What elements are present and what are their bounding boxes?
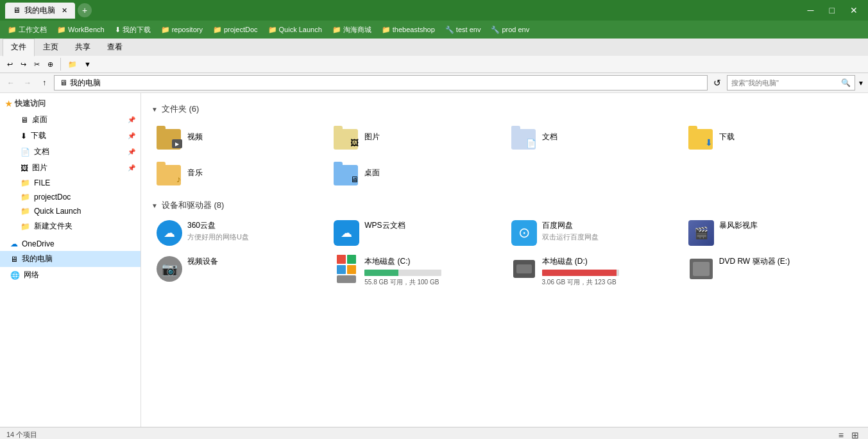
view-grid-btn[interactable]: ⊞ <box>849 429 862 440</box>
pin-icon: 📌 <box>128 116 135 123</box>
bookmark-item[interactable]: 📁 repository <box>157 24 207 35</box>
folder-item-desktop[interactable]: 🖥 桌面 <box>328 156 503 189</box>
bookmark-item[interactable]: 🔧 prod env <box>487 24 533 35</box>
bookmark-item[interactable]: 🔧 test env <box>441 24 485 35</box>
bookmark-label: 淘海商城 <box>343 25 371 35</box>
bookmark-label: 工作文档 <box>19 25 47 35</box>
toolbar-redo[interactable]: ↪ <box>17 58 30 71</box>
sidebar-item-quicklaunch[interactable]: 📁 Quick Launch <box>0 204 140 218</box>
nav-forward-btn[interactable]: → <box>21 76 35 90</box>
star-icon: ★ <box>5 99 12 108</box>
toolbar-undo[interactable]: ↩ <box>4 58 16 71</box>
drive-c-info-text: 55.8 GB 可用，共 100 GB <box>364 278 441 287</box>
devices-section-header: ▼ 设备和驱动器 (8) <box>151 200 858 211</box>
search-input[interactable] <box>731 79 838 87</box>
camera-icon: 📷 <box>157 256 182 282</box>
sidebar-label: projectDoc <box>34 193 71 202</box>
folder-item-images[interactable]: 🖼 图片 <box>328 120 503 153</box>
network-icon: 🌐 <box>10 271 20 280</box>
nav-back-btn[interactable]: ← <box>4 76 18 90</box>
folders-grid: ▶ 视频 🖼 图片 📄 文档 <box>151 120 858 189</box>
bookmark-item[interactable]: 📁 projectDoc <box>209 24 262 35</box>
tab-home[interactable]: 主页 <box>35 39 67 56</box>
folder-item-video[interactable]: ▶ 视频 <box>151 120 326 153</box>
device-item-baidu[interactable]: ⊙ 百度网盘 双击运行百度网盘 <box>506 216 681 250</box>
toolbar-cut[interactable]: ✂ <box>31 58 43 71</box>
new-tab-btn[interactable]: + <box>78 3 92 17</box>
folder-label: 桌面 <box>364 168 380 178</box>
address-path[interactable]: 🖥 我的电脑 <box>54 75 708 90</box>
close-btn[interactable]: ✕ <box>845 4 863 17</box>
sidebar-item-onedrive[interactable]: ☁ OneDrive <box>0 237 140 251</box>
sidebar-item-projectdoc[interactable]: 📁 projectDoc <box>0 190 140 204</box>
bookmark-item[interactable]: 📁 Quick Launch <box>264 24 326 35</box>
onedrive-icon: ☁ <box>10 239 18 248</box>
bookmark-icon: 📁 <box>57 26 66 34</box>
doc-folder-icon: 📄 <box>511 124 537 150</box>
nav-up-btn[interactable]: ↑ <box>37 76 51 90</box>
bookmark-label: Quick Launch <box>279 26 322 33</box>
maximize-btn[interactable]: □ <box>824 4 840 17</box>
section-toggle[interactable]: ▼ <box>151 106 158 113</box>
toolbar-new[interactable]: 📁 <box>65 58 80 71</box>
sidebar-label: OneDrive <box>22 239 55 248</box>
folder-item-download[interactable]: ⬇ 下载 <box>683 120 858 153</box>
sidebar-quick-access[interactable]: ★ 快速访问 <box>0 96 140 112</box>
bookmark-icon: 📁 <box>382 26 391 34</box>
refresh-btn[interactable]: ↺ <box>710 76 724 90</box>
sidebar-item-file[interactable]: 📁 FILE <box>0 176 140 190</box>
bookmark-item[interactable]: ⬇ 我的下载 <box>111 24 155 36</box>
main-layout: ★ 快速访问 🖥 桌面 📌 ⬇ 下载 📌 📄 文档 📌 🖼 图片 📌 📁 FIL… <box>0 93 868 427</box>
minimize-btn[interactable]: ─ <box>803 4 819 17</box>
sidebar-item-downloads[interactable]: ⬇ 下载 📌 <box>0 128 140 144</box>
toolbar-copy[interactable]: ⊕ <box>44 58 56 71</box>
device-item-360[interactable]: ☁ 360云盘 方便好用的网络U盘 <box>151 216 326 250</box>
search-box[interactable]: 🔍 <box>727 75 855 90</box>
sidebar-item-docs[interactable]: 📄 文档 📌 <box>0 144 140 160</box>
folder-icon: 📁 <box>21 178 30 187</box>
folder-item-docs[interactable]: 📄 文档 <box>506 120 681 153</box>
device-name: 视频设备 <box>187 256 218 267</box>
device-baidu-info: 百度网盘 双击运行百度网盘 <box>542 220 599 242</box>
bookmark-item[interactable]: 📁 工作文档 <box>4 24 51 36</box>
device-item-camera[interactable]: 📷 视频设备 <box>151 252 326 291</box>
device-item-drive-d[interactable]: 本地磁盘 (D:) 3.06 GB 可用，共 123 GB <box>506 252 681 291</box>
pin-icon: 📌 <box>128 148 135 155</box>
bookmark-item[interactable]: 📁 WorkBench <box>53 24 108 35</box>
toolbar-expand[interactable]: ▼ <box>84 60 91 68</box>
tab-view[interactable]: 查看 <box>99 39 131 56</box>
device-item-film[interactable]: 🎬 暴风影视库 <box>683 216 858 250</box>
sidebar-item-desktop[interactable]: 🖥 桌面 📌 <box>0 112 140 128</box>
video-folder-icon: ▶ <box>157 124 182 150</box>
bookmark-item[interactable]: 📁 thebeastshop <box>378 24 439 35</box>
pin-icon: 📌 <box>128 132 135 139</box>
expand-icon[interactable]: ▼ <box>858 80 864 87</box>
device-name: 百度网盘 <box>542 220 599 231</box>
folder-label: 音乐 <box>187 168 203 178</box>
tab-share[interactable]: 共享 <box>67 39 99 56</box>
section-toggle[interactable]: ▼ <box>151 202 158 209</box>
sidebar-item-newfolder[interactable]: 📁 新建文件夹 <box>0 218 140 234</box>
tab-file[interactable]: 文件 <box>3 39 35 56</box>
drive-c-progress-bar <box>364 270 441 276</box>
folder-item-music[interactable]: ♪ 音乐 <box>151 156 326 189</box>
bookmark-icon: ⬇ <box>115 26 121 34</box>
sidebar-item-mypc[interactable]: 🖥 我的电脑 <box>0 251 140 267</box>
active-tab[interactable]: 🖥 我的电脑 ✕ <box>5 3 75 19</box>
device-item-wps[interactable]: ☁ WPS云文档 <box>328 216 503 250</box>
folder-label: 文档 <box>542 132 557 142</box>
device-sublabel: 双击运行百度网盘 <box>542 232 599 242</box>
bookmark-item[interactable]: 📁 淘海商城 <box>328 24 375 36</box>
bookmark-icon: 📁 <box>268 26 277 34</box>
sidebar-item-network[interactable]: 🌐 网络 <box>0 267 140 283</box>
device-item-dvd[interactable]: DVD RW 驱动器 (E:) <box>683 252 858 291</box>
device-item-drive-c[interactable]: 本地磁盘 (C:) 55.8 GB 可用，共 100 GB <box>328 252 503 291</box>
sidebar-item-pictures[interactable]: 🖼 图片 📌 <box>0 160 140 176</box>
dvd-icon <box>688 256 714 282</box>
device-name: 360云盘 <box>187 220 249 231</box>
bookmark-icon: 📁 <box>332 26 341 34</box>
bookmark-label: thebeastshop <box>393 26 435 33</box>
tab-close-btn[interactable]: ✕ <box>62 6 67 15</box>
drive-d-progress-fill <box>542 270 617 276</box>
view-list-btn[interactable]: ≡ <box>836 429 846 440</box>
